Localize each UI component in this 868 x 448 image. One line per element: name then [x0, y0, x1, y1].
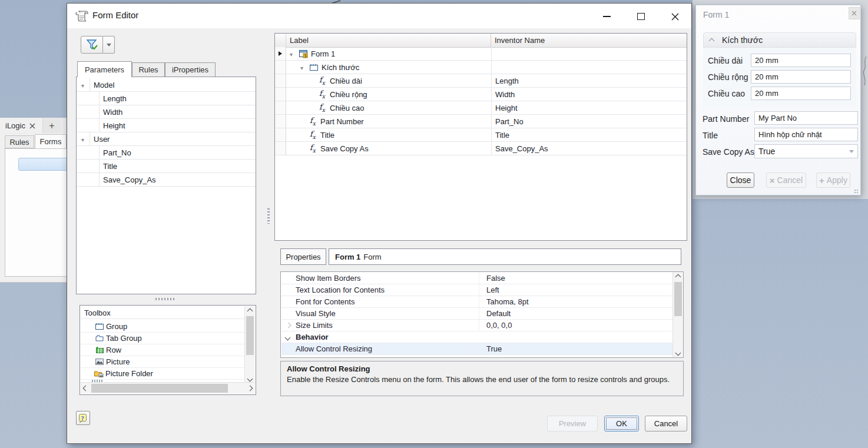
design-row-part-number[interactable]: fx Part Number Part_No	[275, 115, 687, 128]
scroll-up-button[interactable]	[245, 306, 255, 316]
tree-group-label: Model	[90, 78, 256, 91]
close-button[interactable]	[664, 8, 686, 25]
tree-item-title[interactable]: Title	[77, 160, 256, 173]
filter-icon	[85, 39, 98, 51]
preview-cancel-button[interactable]: × Cancel	[766, 172, 806, 188]
scrollbar-thumb[interactable]	[91, 384, 228, 393]
design-row-save-copy-as[interactable]: fx Save Copy As Save_Copy_As	[275, 142, 687, 155]
toolbox-vertical-scrollbar[interactable]	[244, 306, 255, 383]
toolbox-item-picture-folder[interactable]: Picture Folder	[81, 367, 244, 380]
cancel-button[interactable]: Cancel	[645, 416, 687, 432]
preview-title: Form 1	[703, 10, 729, 19]
tab-parameters[interactable]: Parameters	[77, 61, 132, 77]
chieu-rong-input[interactable]	[751, 70, 851, 84]
property-value: Tahoma, 8pt	[479, 296, 672, 307]
design-row-label: Title	[320, 131, 491, 140]
scrollbar-thumb[interactable]	[674, 282, 682, 316]
tree-item-length[interactable]: Length	[77, 92, 256, 105]
viewport-edge-decoration	[862, 56, 868, 88]
row-selector	[275, 115, 286, 128]
toolbox-horizontal-scrollbar[interactable]	[81, 382, 255, 394]
toolbox-item-picture[interactable]: Picture	[81, 356, 244, 368]
tree-item-height[interactable]: Height	[77, 119, 256, 132]
toolbox-item-tab-group[interactable]: Tab Group	[81, 332, 244, 344]
property-grid-scrollbar[interactable]	[672, 272, 683, 357]
properties-tab[interactable]: Properties	[280, 248, 326, 265]
column-header-inventor-name[interactable]: Inventor Name	[491, 34, 687, 47]
design-row-chieu-cao[interactable]: fx Chiều cao Height	[275, 101, 687, 115]
design-row-title[interactable]: fx Title Title	[275, 128, 687, 142]
property-row-show-item-borders[interactable]: Show Item Borders False	[281, 273, 672, 284]
collapse-icon[interactable]	[709, 38, 715, 44]
preview-button[interactable]: Preview	[547, 416, 598, 432]
toolbox-item-label: Group	[106, 322, 127, 331]
property-section-behavior[interactable]: Behavior	[281, 331, 672, 343]
title-bar[interactable]: Form Editor	[67, 4, 691, 28]
ok-button[interactable]: OK	[604, 416, 639, 432]
ilogic-new-tab-button[interactable]: +	[43, 118, 61, 133]
ilogic-tab-close-icon[interactable]	[29, 123, 35, 129]
toolbox-item-group[interactable]: Group	[81, 320, 244, 333]
preview-close-button[interactable]	[849, 7, 860, 19]
chieu-cao-input[interactable]	[751, 87, 851, 100]
column-header-label[interactable]: Label	[286, 34, 491, 47]
plus-icon: +	[49, 121, 54, 131]
group-header[interactable]: Kích thước	[703, 32, 856, 48]
fx-icon: fx	[319, 76, 330, 86]
expander-icon[interactable]	[300, 63, 309, 72]
design-row-form1[interactable]: S Form 1	[275, 47, 687, 61]
property-row-text-location[interactable]: Text Location for Contents Left	[281, 284, 672, 296]
group-body: Chiều dài Chiều rộng Chiều cao	[703, 48, 856, 108]
tree-item-save-copy-as[interactable]: Save_Copy_As	[77, 173, 256, 187]
ilogic-tab[interactable]: iLogic	[0, 118, 43, 133]
expander-icon[interactable]	[290, 49, 299, 58]
save-copy-as-dropdown[interactable]: True	[754, 144, 858, 158]
row-selector	[275, 128, 286, 141]
property-row-size-limits[interactable]: Size Limits 0,0, 0,0	[281, 320, 672, 331]
row-selector	[275, 47, 286, 60]
chieu-dai-input[interactable]	[751, 54, 851, 67]
maximize-icon	[637, 13, 645, 20]
toolbox-item-row[interactable]: Row	[81, 344, 244, 356]
tab-rules[interactable]: Rules	[132, 62, 165, 77]
scroll-left-button[interactable]	[81, 383, 91, 394]
design-row-kich-thuoc[interactable]: Kích thước	[275, 61, 687, 74]
expander-icon[interactable]	[81, 81, 90, 89]
filter-button[interactable]	[81, 36, 103, 54]
expander-icon[interactable]	[81, 135, 90, 144]
preview-apply-button[interactable]: + Apply	[816, 172, 850, 188]
tree-group-user[interactable]: User	[77, 132, 256, 146]
tab-iproperties[interactable]: iProperties	[165, 62, 216, 77]
scroll-right-button[interactable]	[245, 383, 255, 394]
design-row-chieu-dai[interactable]: fx Chiều dài Length	[275, 74, 687, 88]
scroll-up-button[interactable]	[673, 272, 683, 281]
part-number-input[interactable]	[754, 111, 858, 125]
tree-group-model[interactable]: Model	[77, 78, 256, 92]
help-button[interactable]: ?	[76, 411, 90, 425]
vertical-splitter-grip[interactable]	[267, 208, 270, 224]
property-name: Visual Style	[281, 309, 479, 318]
title-input[interactable]	[754, 128, 858, 141]
minimize-button[interactable]	[595, 8, 618, 25]
maximize-button[interactable]	[630, 8, 652, 25]
tree-item-label: Length	[99, 92, 256, 105]
scroll-down-button[interactable]	[673, 348, 683, 357]
form-icon: S	[299, 49, 308, 58]
property-row-visual-style[interactable]: Visual Style Default	[281, 308, 672, 320]
tree-item-width[interactable]: Width	[77, 105, 256, 119]
header-selector-cell	[275, 34, 286, 47]
property-row-font-for-contents[interactable]: Font for Contents Tahoma, 8pt	[281, 296, 672, 308]
preview-close-form-button[interactable]: Close	[727, 172, 754, 188]
tree-item-part-no[interactable]: Part_No	[77, 146, 256, 160]
design-row-chieu-rong[interactable]: fx Chiều rộng Width	[275, 88, 687, 101]
property-section-name: Behavior	[281, 333, 479, 341]
ilogic-rules-tab[interactable]: Rules	[5, 135, 34, 148]
tree-item-label: Save_Copy_As	[99, 173, 256, 186]
scrollbar-thumb[interactable]	[246, 316, 254, 355]
horizontal-splitter-grip[interactable]	[155, 298, 175, 300]
property-row-allow-control-resizing[interactable]: Allow Control Resizing True	[281, 343, 672, 355]
resize-grip[interactable]	[854, 189, 859, 194]
design-row-inventor-name: Title	[491, 131, 509, 140]
ilogic-forms-tab[interactable]: Forms	[35, 134, 67, 148]
filter-dropdown-button[interactable]	[103, 36, 115, 54]
